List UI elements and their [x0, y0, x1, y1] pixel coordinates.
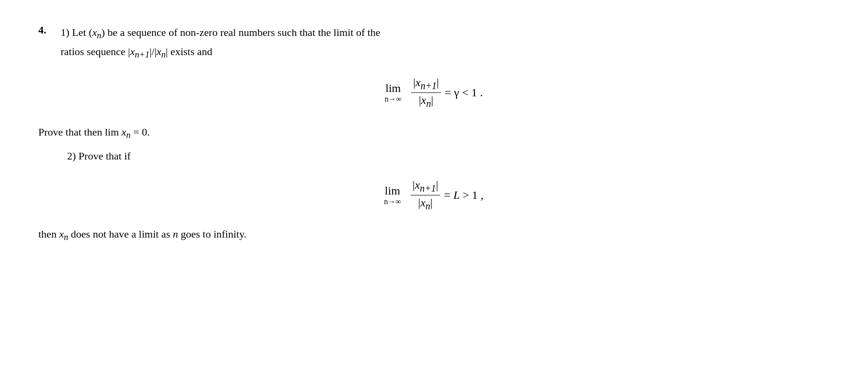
lim-sub-2: n→∞ [384, 197, 401, 206]
lim-sub-1: n→∞ [385, 95, 402, 103]
lim-word-1: lim [385, 82, 401, 95]
xn-frac-sub: n [426, 98, 431, 109]
n-symbol: n [173, 228, 178, 240]
xn1-frac2: xn+1 [415, 179, 436, 191]
xn1-sub: n+1 [135, 50, 150, 59]
xn-sub2: n [162, 50, 166, 59]
lim-block-1: lim n→∞ [385, 82, 402, 103]
eq2-result: = L > 1 , [444, 189, 483, 202]
problem-container: 4. 1) Let (xn) be a sequence of non-zero… [38, 24, 829, 245]
part2-intro-text: 2) Prove that if [67, 148, 829, 164]
part1-intro-text: 1) Let (xn) be a sequence of non-zero re… [61, 24, 381, 62]
xn-sub: n [97, 31, 101, 40]
xn-symbol2: xn [157, 46, 166, 57]
equation-2: lim n→∞ |xn+1| |xn| = L > 1 , [38, 179, 829, 212]
lim-block-2: lim n→∞ [384, 184, 401, 206]
fraction-1: |xn+1| |xn| [411, 76, 441, 109]
fraction-den-1: |xn| [417, 93, 435, 109]
xn-frac2: xn [420, 196, 430, 209]
xn-symbol: xn [92, 26, 101, 38]
part1-conclusion: Prove that then lim xn = 0. [38, 124, 829, 143]
fraction-num-1: |xn+1| [411, 76, 441, 93]
eq1-result: = γ < 1 . [445, 86, 483, 99]
xn-conc: xn [122, 126, 131, 138]
part2-section: 2) Prove that if [38, 148, 829, 164]
xn1-frac2-sub: n+1 [420, 183, 436, 194]
equation-1: lim n→∞ |xn+1| |xn| = γ < 1 . [38, 76, 829, 109]
part1-conclusion-text: Prove that then lim xn = 0. [38, 124, 829, 143]
xn-conc2-sub: n [64, 233, 68, 242]
part2-conclusion: then xn does not have a limit as n goes … [38, 226, 829, 245]
fraction-den-2: |xn| [416, 195, 434, 212]
xn1-frac: xn+1 [416, 76, 437, 89]
xn1-frac-sub: n+1 [420, 80, 437, 91]
xn-frac2-sub: n [426, 200, 430, 211]
problem-number: 4. [38, 24, 46, 36]
fraction-num-2: |xn+1| [411, 179, 440, 195]
xn-conc2: xn [59, 228, 68, 240]
part2-conclusion-text: then xn does not have a limit as n goes … [38, 226, 829, 245]
lim-word-2: lim [385, 184, 400, 197]
xn1-symbol: xn+1 [130, 46, 149, 57]
fraction-2: |xn+1| |xn| [411, 179, 440, 212]
xn-conc-sub: n [126, 130, 130, 140]
problem-header: 4. 1) Let (xn) be a sequence of non-zero… [38, 24, 829, 62]
xn-frac: xn [421, 94, 431, 106]
